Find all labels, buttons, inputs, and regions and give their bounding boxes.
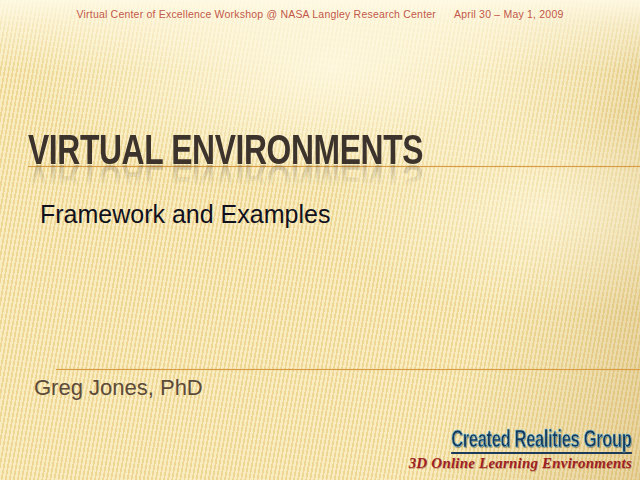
title-block: VIRTUAL ENVIRONMENTS — [28, 128, 640, 171]
author-name: Greg Jones, PhD — [34, 375, 203, 401]
logo-wordmark: Created Realities Group — [452, 428, 632, 454]
logo-tagline: 3D Online Learning Environments — [381, 455, 632, 472]
header-dates-text: April 30 – May 1, 2009 — [454, 8, 563, 20]
created-realities-logo: Created Realities Group 3D Online Learni… — [381, 428, 632, 472]
slide-header: Virtual Center of Excellence Workshop @ … — [0, 8, 640, 20]
header-event-text: Virtual Center of Excellence Workshop @ … — [77, 8, 436, 20]
slide-title: VIRTUAL ENVIRONMENTS — [28, 128, 423, 171]
slide-subtitle: Framework and Examples — [40, 200, 330, 229]
presentation-slide: Virtual Center of Excellence Workshop @ … — [0, 0, 640, 480]
author-accent-rule — [56, 369, 640, 370]
